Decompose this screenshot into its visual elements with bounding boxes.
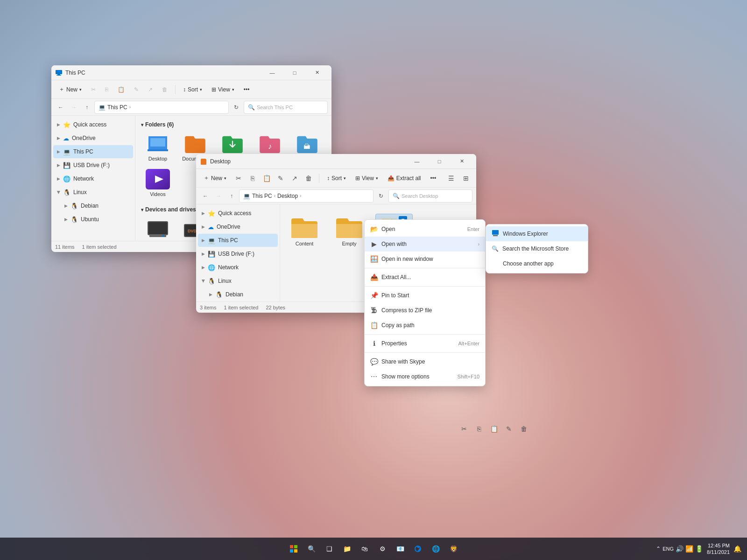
svg-text:♪: ♪ [268, 142, 272, 150]
dshare-button[interactable]: ↗ [288, 172, 301, 185]
up-button[interactable]: ↑ [81, 102, 92, 113]
desktop-new-button[interactable]: ＋ New ▾ [200, 172, 230, 185]
taskbar-chrome-button[interactable]: 🌐 [428, 541, 443, 556]
taskbar-battery-icon[interactable]: 🔋 [695, 545, 703, 553]
cm-compress-zip[interactable]: 🗜 Compress to ZIP file [365, 303, 485, 318]
dsidebar-debian[interactable]: ▶ 🐧 Debian [198, 288, 278, 301]
thispc-minimize-button[interactable]: — [261, 65, 283, 80]
taskbar-store-button[interactable]: 🛍 [357, 541, 372, 556]
taskbar-explorer-button[interactable]: 📁 [339, 541, 354, 556]
desktop-address-bar[interactable]: 💻 This PC › Desktop › [239, 189, 374, 203]
dup-button[interactable]: ↑ [226, 190, 237, 202]
ddelete-button[interactable]: 🗑 [302, 172, 315, 185]
view-button[interactable]: ⊞ View ▾ [208, 83, 238, 96]
paste-button[interactable]: 📋 [114, 83, 128, 96]
cut-button[interactable]: ✂ [87, 83, 99, 96]
folder-videos[interactable]: Videos [141, 167, 175, 199]
taskbar-lang-indicator[interactable]: ENG [662, 546, 674, 552]
sidebar-item-onedrive[interactable]: ▶ ☁ OneDrive [53, 132, 133, 145]
taskbar-start-button[interactable] [286, 541, 301, 556]
desktop-folder-content[interactable]: Content [286, 214, 323, 248]
taskbar-volume-icon[interactable]: 🔊 [676, 545, 684, 553]
dcopy-button[interactable]: ⎘ [246, 172, 259, 185]
taskbar-edge-button[interactable] [410, 541, 425, 556]
address-bar[interactable]: 💻 This PC › [94, 101, 229, 114]
thispc-titlebar: This PC — □ ✕ [51, 65, 331, 80]
desktop-close-button[interactable]: ✕ [451, 154, 472, 169]
more-button[interactable]: ••• [240, 83, 254, 96]
submenu-search-store[interactable]: 🔍 Search the Microsoft Store [486, 241, 588, 256]
dforward-button[interactable]: → [213, 190, 224, 202]
dcut-button[interactable]: ✂ [232, 172, 245, 185]
desktop-minimize-button[interactable]: — [406, 154, 428, 169]
network-icon: 🌐 [63, 175, 70, 182]
extract-all-button[interactable]: 📤 Extract all [384, 172, 425, 185]
cm-extract-all[interactable]: 📤 Extract All... [365, 270, 485, 285]
cm-copy-path[interactable]: 📋 Copy as path [365, 318, 485, 333]
taskbar-settings-button[interactable]: ⚙ [375, 541, 390, 556]
dsort-button[interactable]: ↕ Sort ▾ [323, 172, 350, 185]
share-button[interactable]: ↗ [144, 83, 156, 96]
sidebar-item-network[interactable]: ▶ 🌐 Network [53, 172, 133, 185]
cm-open[interactable]: 📂 Open Enter [365, 222, 485, 237]
taskbar-taskview-button[interactable]: ❑ [322, 541, 337, 556]
drive-local-c[interactable]: Local Disk (C:) [141, 217, 175, 241]
dbc-sep1: › [274, 193, 275, 198]
thispc-close-button[interactable]: ✕ [306, 65, 328, 80]
thispc-maximize-button[interactable]: □ [284, 65, 305, 80]
taskbar-network-icon[interactable]: 📶 [685, 545, 693, 553]
cm-show-more[interactable]: ⋯ Show more options Shift+F10 [365, 369, 485, 384]
cm-open-with[interactable]: ▶ Open with › [365, 237, 485, 252]
cm-share-skype[interactable]: 💬 Share with Skype [365, 354, 485, 369]
grid-view-button[interactable]: ⊞ [459, 172, 472, 185]
sort-button[interactable]: ↕ Sort ▾ [179, 83, 206, 96]
taskbar-search-button[interactable]: 🔍 [304, 541, 319, 556]
details-view-button[interactable]: ☰ [444, 172, 458, 185]
drename-button[interactable]: ✎ [274, 172, 287, 185]
forward-button[interactable]: → [68, 102, 79, 113]
thispc-new-button[interactable]: ＋ New ▾ [55, 83, 85, 96]
taskbar-mail-button[interactable]: 📧 [393, 541, 408, 556]
copy-button[interactable]: ⎘ [101, 83, 112, 96]
cm-pin-start[interactable]: 📌 Pin to Start [365, 288, 485, 303]
desktop-search-box[interactable]: 🔍 Search Desktop [388, 189, 472, 203]
dsidebar-network[interactable]: ▶ 🌐 Network [198, 261, 278, 274]
dsidebar-linux[interactable]: ▶ 🐧 Linux [198, 274, 278, 287]
sidebar-item-linux[interactable]: ▶ 🐧 Linux [53, 186, 133, 199]
taskbar-notification-icon[interactable]: 🔔 [733, 545, 741, 553]
dsidebar-onedrive[interactable]: ▶ ☁ OneDrive [198, 220, 278, 233]
taskbar-clock[interactable]: 12:45 PM 8/11/2021 [707, 542, 730, 556]
sidebar-item-debian[interactable]: ▶ 🐧 Debian [53, 199, 133, 212]
desktop-folder-empty[interactable]: Empty [331, 214, 368, 248]
dback-button[interactable]: ← [200, 190, 211, 202]
search-box[interactable]: 🔍 Search This PC [244, 101, 328, 114]
view-icon: ⊞ [211, 86, 216, 93]
rename-button[interactable]: ✎ [130, 83, 142, 96]
dsidebar-usb[interactable]: ▶ 💾 USB Drive (F:) [198, 247, 278, 260]
sidebar-item-quickaccess[interactable]: ▶ ⭐ Quick access [53, 118, 133, 131]
desktop-maximize-button[interactable]: □ [429, 154, 450, 169]
drefresh-button[interactable]: ↻ [375, 190, 387, 202]
delete-button[interactable]: 🗑 [158, 83, 171, 96]
back-button[interactable]: ← [55, 102, 66, 113]
cm-open-new-window[interactable]: 🪟 Open in new window [365, 252, 485, 266]
dsidebar-quickaccess[interactable]: ▶ ⭐ Quick access [198, 207, 278, 220]
dpaste-button[interactable]: 📋 [260, 172, 273, 185]
dmore-button[interactable]: ••• [427, 172, 440, 185]
taskbar-brave-button[interactable]: 🦁 [446, 541, 461, 556]
cm-properties[interactable]: ℹ Properties Alt+Enter [365, 336, 485, 351]
sidebar-item-ubuntu[interactable]: ▶ 🐧 Ubuntu [53, 213, 133, 226]
sidebar-item-usb[interactable]: ▶ 💾 USB Drive (F:) [53, 159, 133, 172]
submenu-choose-app[interactable]: Choose another app [486, 256, 588, 271]
submenu-windows-explorer[interactable]: Windows Explorer [486, 226, 588, 241]
desktop-file-size: 22 bytes [266, 305, 285, 310]
dsidebar-thispc[interactable]: ▶ 💻 This PC [198, 234, 278, 247]
refresh-button[interactable]: ↻ [231, 102, 242, 113]
cm-separator-3 [365, 334, 485, 335]
folder-desktop[interactable]: Desktop [141, 132, 175, 163]
sidebar-item-thispc[interactable]: ▶ 💻 This PC [53, 145, 133, 158]
ubuntu-icon: 🐧 [70, 216, 78, 223]
dview-button[interactable]: ⊞ View ▾ [352, 172, 382, 185]
taskbar-expand-icon[interactable]: ⌃ [656, 546, 661, 552]
store-search-icon: 🔍 [492, 245, 499, 252]
